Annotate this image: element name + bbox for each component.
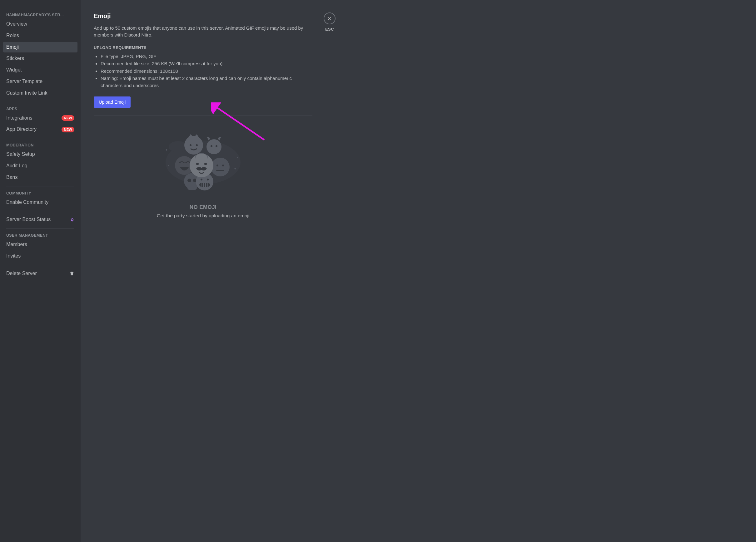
empty-emoji-illustration-icon — [159, 128, 247, 197]
svg-point-4 — [211, 158, 230, 177]
close-icon — [327, 16, 332, 21]
server-name-heading: HANNAHMACREADY'S SER... — [3, 11, 77, 19]
sidebar-separator — [6, 138, 74, 138]
svg-point-28 — [196, 163, 199, 165]
svg-point-5 — [216, 165, 218, 167]
svg-rect-16 — [187, 184, 197, 190]
sidebar-item-label: Emoji — [6, 44, 19, 51]
new-badge: NEW — [62, 127, 74, 132]
svg-point-3 — [168, 165, 169, 166]
svg-point-11 — [206, 139, 221, 154]
sidebar-item-custom-invite-link[interactable]: Custom Invite Link — [3, 88, 77, 99]
svg-point-17 — [187, 179, 191, 182]
sidebar-item-server-boost-status[interactable]: Server Boost Status — [3, 214, 77, 225]
sidebar-item-roles[interactable]: Roles — [3, 30, 77, 41]
sidebar-item-label: Custom Invite Link — [6, 90, 47, 97]
sidebar-heading-community: COMMUNITY — [3, 190, 77, 197]
emoji-settings-panel: Emoji Add up to 50 custom emojis that an… — [94, 12, 312, 530]
sidebar-item-overview[interactable]: Overview — [3, 19, 77, 30]
requirement-item: Recommended dimensions: 108x108 — [101, 68, 312, 75]
sidebar-item-emoji[interactable]: Emoji — [3, 42, 77, 53]
empty-state-subtitle: Get the party started by uploading an em… — [94, 213, 312, 219]
upload-requirements-list: File type: JPEG, PNG, GIF Recommended fi… — [94, 53, 312, 89]
svg-point-20 — [201, 179, 202, 181]
sidebar-item-label: Overview — [6, 21, 27, 27]
requirement-item: Recommended file size: 256 KB (We'll com… — [101, 60, 312, 67]
svg-point-21 — [207, 179, 209, 181]
upload-emoji-button[interactable]: Upload Emoji — [94, 97, 131, 108]
sidebar-item-label: Bans — [6, 174, 17, 181]
sidebar-heading-moderation: MODERATION — [3, 142, 77, 149]
sidebar-item-stickers[interactable]: Stickers — [3, 53, 77, 64]
requirement-item: Naming: Emoji names must be at least 2 c… — [101, 75, 312, 89]
svg-rect-7 — [216, 170, 224, 171]
requirement-item: File type: JPEG, PNG, GIF — [101, 53, 312, 60]
sidebar-heading-apps: APPS — [3, 105, 77, 113]
sidebar-item-label: Audit Log — [6, 163, 27, 169]
sidebar-item-audit-log[interactable]: Audit Log — [3, 161, 77, 172]
svg-point-12 — [211, 145, 212, 147]
svg-point-6 — [222, 165, 224, 167]
sidebar-item-server-template[interactable]: Server Template — [3, 76, 77, 87]
sidebar-item-integrations[interactable]: Integrations NEW — [3, 113, 77, 124]
sidebar-item-label: Safety Setup — [6, 151, 35, 158]
page-title: Emoji — [94, 12, 312, 20]
svg-point-13 — [216, 145, 217, 147]
main-content: Emoji Add up to 50 custom emojis that an… — [81, 0, 756, 542]
sidebar-item-app-directory[interactable]: App Directory NEW — [3, 124, 77, 135]
sidebar-item-label: App Directory — [6, 126, 37, 133]
sidebar-separator — [6, 265, 74, 265]
sidebar-item-label: Widget — [6, 67, 22, 73]
sidebar-separator — [6, 211, 74, 211]
sidebar-item-label: Server Boost Status — [6, 216, 51, 223]
sidebar-item-label: Server Template — [6, 78, 42, 85]
sidebar-item-invites[interactable]: Invites — [3, 251, 77, 262]
sidebar-item-bans[interactable]: Bans — [3, 172, 77, 183]
empty-state-title: NO EMOJI — [94, 204, 312, 211]
settings-sidebar: HANNAHMACREADY'S SER... Overview Roles E… — [0, 0, 81, 542]
sidebar-item-delete-server[interactable]: Delete Server — [3, 268, 77, 279]
sidebar-item-widget[interactable]: Widget — [3, 65, 77, 76]
svg-point-29 — [204, 163, 207, 165]
trash-icon — [69, 271, 74, 276]
svg-point-10 — [196, 144, 198, 146]
new-badge: NEW — [62, 115, 74, 121]
content-divider — [94, 115, 312, 116]
close-label: ESC — [325, 27, 334, 32]
sidebar-item-label: Members — [6, 241, 27, 248]
empty-state: NO EMOJI Get the party started by upload… — [94, 128, 312, 219]
svg-point-27 — [190, 154, 213, 177]
svg-point-9 — [190, 144, 191, 146]
sidebar-item-label: Enable Community — [6, 199, 48, 206]
close-button[interactable] — [324, 12, 336, 24]
sidebar-item-safety-setup[interactable]: Safety Setup — [3, 149, 77, 160]
svg-point-2 — [237, 157, 238, 158]
close-column: ESC — [319, 12, 341, 530]
sidebar-item-members[interactable]: Members — [3, 239, 77, 250]
sidebar-separator — [6, 186, 74, 187]
sidebar-item-label: Delete Server — [6, 271, 37, 277]
sidebar-item-enable-community[interactable]: Enable Community — [3, 197, 77, 208]
sidebar-separator — [6, 228, 74, 229]
page-description: Add up to 50 custom emojis that anyone c… — [94, 25, 312, 38]
upload-requirements-heading: UPLOAD REQUIREMENTS — [94, 45, 312, 50]
sidebar-heading-user-management: USER MANAGEMENT — [3, 232, 77, 239]
sidebar-item-label: Roles — [6, 32, 19, 39]
sidebar-item-label: Integrations — [6, 115, 32, 122]
sidebar-item-label: Stickers — [6, 55, 24, 62]
boost-icon — [70, 218, 74, 222]
sidebar-item-label: Invites — [6, 253, 21, 260]
